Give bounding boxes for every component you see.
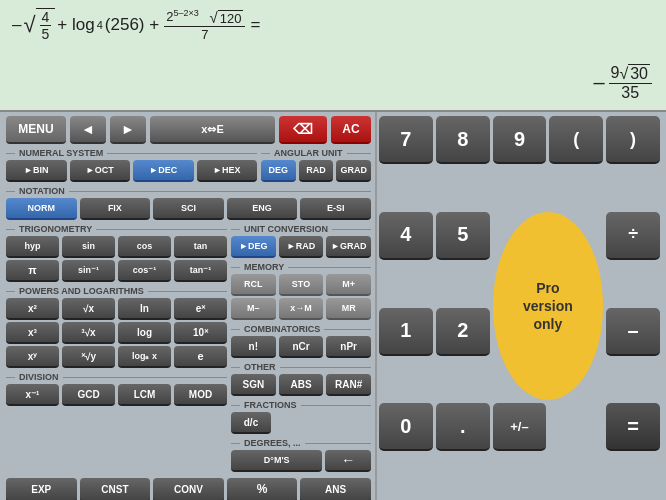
decimal-button[interactable]: . [436,403,490,451]
degrees-label: DEGREES, ... [231,438,371,448]
fix-button[interactable]: FIX [80,198,151,220]
xinv-button[interactable]: x⁻¹ [6,384,59,406]
display-area: – √ 4 5 + log 4 (256) + 25–2×3 √120 7 = … [0,0,666,112]
other-label: OTHER [231,362,371,372]
trig-row1: hyp sin cos tan [6,236,227,258]
exp-button[interactable]: EXP [6,478,77,500]
xy-button[interactable]: xʸ [6,346,59,368]
xe-button[interactable]: x⇔E [150,116,275,144]
powers-label: POWERS AND LOGARITHMS [6,286,227,296]
ans-button[interactable]: ANS [300,478,371,500]
num-9[interactable]: 9 [493,116,547,164]
mminus-button[interactable]: M– [231,298,276,320]
xrooty-button[interactable]: ˣ√y [62,346,115,368]
nfact-button[interactable]: n! [231,336,276,358]
esi-button[interactable]: E-SI [300,198,371,220]
conv-button[interactable]: CONV [153,478,224,500]
num-8[interactable]: 8 [436,116,490,164]
num-7[interactable]: 7 [379,116,433,164]
lcm-button[interactable]: LCM [118,384,171,406]
percent-button[interactable]: % [227,478,298,500]
num-2[interactable]: 2 [436,308,490,356]
deg-back-button[interactable]: ← [325,450,371,472]
xm-button[interactable]: x→M [279,298,324,320]
loga-button[interactable]: logₐ x [118,346,171,368]
e-button[interactable]: e [174,346,227,368]
to-deg-button[interactable]: ►DEG [231,236,276,258]
num-1[interactable]: 1 [379,308,433,356]
cbrt-button[interactable]: ³√x [62,322,115,344]
log-button[interactable]: log [118,322,171,344]
hyp-button[interactable]: hyp [6,236,59,258]
to-grad-button[interactable]: ►GRAD [326,236,371,258]
backspace-button[interactable]: ⌫ [279,116,327,144]
equals-button[interactable]: = [606,403,660,451]
division-label: DIVISION [6,372,227,382]
dec-button[interactable]: ►DEC [133,160,194,182]
num-0[interactable]: 0 [379,403,433,451]
grad-button[interactable]: GRAD [336,160,371,182]
ran-button[interactable]: RAN# [326,374,371,396]
row-numeral-angular-notation: NUMERAL SYSTEM ►BIN ►OCT ►DEC ►HEX ANGUL… [6,148,371,184]
x2-button[interactable]: x² [6,298,59,320]
combinatorics-buttons: n! nCr nPr [231,336,371,358]
pi-button[interactable]: π [6,260,59,282]
sto-button[interactable]: STO [279,274,324,296]
powers-row2: x³ ³√x log 10ˣ [6,322,227,344]
to-rad-button[interactable]: ►RAD [279,236,324,258]
sci-button[interactable]: SCI [153,198,224,220]
arcsin-button[interactable]: sin⁻¹ [62,260,115,282]
bin-button[interactable]: ►BIN [6,160,67,182]
dms-button[interactable]: D°M'S [231,450,322,472]
angular-unit-label: ANGULAR UNIT [261,148,371,158]
eng-button[interactable]: ENG [227,198,298,220]
ln-button[interactable]: ln [118,298,171,320]
close-paren[interactable]: ) [606,116,660,164]
x3-button[interactable]: x³ [6,322,59,344]
hex-button[interactable]: ►HEX [197,160,258,182]
notation-section: NOTATION NORM FIX SCI ENG E-SI [6,186,371,222]
combinatorics-section: COMBINATORICS n! nCr nPr [231,324,371,360]
tan-button[interactable]: tan [174,236,227,258]
norm-button[interactable]: NORM [6,198,77,220]
sgn-button[interactable]: SGN [231,374,276,396]
arctan-button[interactable]: tan⁻¹ [174,260,227,282]
rcl-button[interactable]: RCL [231,274,276,296]
num-4[interactable]: 4 [379,212,433,260]
other-section: OTHER SGN ABS RAN# [231,362,371,398]
ac-button[interactable]: AC [331,116,371,144]
sqrt-button[interactable]: √x [62,298,115,320]
menu-button[interactable]: MENU [6,116,66,144]
formula-input: – √ 4 5 + log 4 (256) + 25–2×3 √120 7 = [12,8,654,42]
pow10-button[interactable]: 10ˣ [174,322,227,344]
num-5[interactable]: 5 [436,212,490,260]
arccos-button[interactable]: cos⁻¹ [118,260,171,282]
ncr-button[interactable]: nCr [279,336,324,358]
mod-button[interactable]: MOD [174,384,227,406]
trig-row2: π sin⁻¹ cos⁻¹ tan⁻¹ [6,260,227,282]
powers-row1: x² √x ln eˣ [6,298,227,320]
abs-button[interactable]: ABS [279,374,324,396]
gcd-button[interactable]: GCD [62,384,115,406]
left-arrow-button[interactable]: ◄ [70,116,106,144]
cos-button[interactable]: cos [118,236,171,258]
plus-minus[interactable]: +/– [493,403,547,451]
oct-button[interactable]: ►OCT [70,160,131,182]
dc-button[interactable]: d/c [231,412,271,434]
rad-button[interactable]: RAD [299,160,334,182]
angular-unit-section: ANGULAR UNIT DEG RAD GRAD [261,148,371,184]
sin-button[interactable]: sin [62,236,115,258]
open-paren[interactable]: ( [549,116,603,164]
fractions-section: FRACTIONS d/c [231,400,371,436]
division-section: DIVISION x⁻¹ GCD LCM MOD [6,372,227,408]
minus-button[interactable]: – [606,308,660,356]
trig-label: TRIGONOMETRY [6,224,227,234]
deg-button[interactable]: DEG [261,160,296,182]
divide-button[interactable]: ÷ [606,212,660,260]
exp-e-button[interactable]: eˣ [174,298,227,320]
right-arrow-button[interactable]: ► [110,116,146,144]
npr-button[interactable]: nPr [326,336,371,358]
mr-button[interactable]: MR [326,298,371,320]
cnst-button[interactable]: CNST [80,478,151,500]
mplus-button[interactable]: M+ [326,274,371,296]
